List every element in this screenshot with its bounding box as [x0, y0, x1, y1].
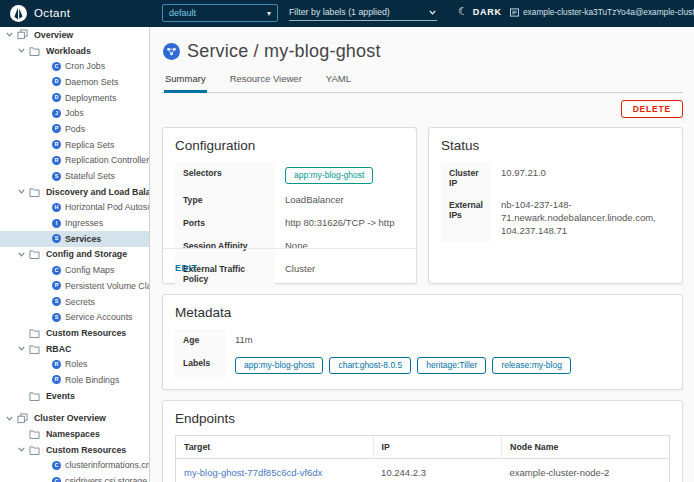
endpoint-target-link[interactable]: my-blog-ghost-77df85c6cd-vf6dx	[184, 467, 322, 478]
sidebar-item-clusterinformations-crd-projec[interactable]: Cclusterinformations.crd.projec	[0, 458, 149, 474]
top-card-row: Configuration Selectorsapp:my-blog-ghost…	[162, 127, 683, 284]
resource-icon: S	[52, 172, 61, 181]
namespace-dropdown[interactable]: default ▾	[162, 4, 278, 22]
sidebar-item-label: Persistent Volume Claims	[65, 281, 149, 291]
label-filter-text: Filter by labels (1 applied)	[289, 7, 390, 17]
sidebar-item-deployments[interactable]: DDeployments	[0, 90, 149, 106]
sidebar-item-label: Service Accounts	[65, 312, 132, 322]
sidebar-item-label: Roles	[65, 359, 88, 369]
tab-bar: Summary Resource Viewer YAML	[162, 73, 683, 93]
label-chip: heritage:Tiller	[417, 357, 486, 374]
table-header-row: Target IP Node Name	[176, 436, 670, 459]
sidebar-item-replica-sets[interactable]: RReplica Sets	[0, 137, 149, 153]
card-title: Status	[441, 138, 670, 153]
resource-icon: D	[52, 77, 61, 86]
folder-icon	[29, 344, 42, 354]
edit-button[interactable]: EDIT	[175, 263, 197, 273]
sidebar-item-label: clusterinformations.crd.projec	[65, 460, 149, 470]
sidebar-item-overview[interactable]: Overview	[0, 27, 149, 43]
sidebar-item-label: RBAC	[46, 344, 71, 354]
chevron-down-icon: ▾	[267, 9, 271, 18]
sidebar-item-config-maps[interactable]: CConfig Maps	[0, 262, 149, 278]
tab-resource-viewer[interactable]: Resource Viewer	[229, 73, 303, 93]
overview-icon	[17, 413, 30, 424]
resource-icon: S	[52, 234, 61, 243]
context-value: example-cluster-ka3TuTzYo4a@example-clus…	[523, 7, 694, 17]
sidebar-item-events[interactable]: Events	[0, 388, 149, 404]
sidebar-item-label: Custom Resources	[46, 328, 126, 338]
tab-yaml[interactable]: YAML	[325, 73, 352, 93]
resource-icon: J	[52, 109, 61, 118]
context-selector[interactable]: example-cluster-ka3TuTzYo4a@example-clus…	[510, 7, 694, 17]
sidebar-item-role-bindings[interactable]: RRole Bindings	[0, 372, 149, 388]
sidebar-item-label: Replica Sets	[65, 140, 114, 150]
resource-icon: I	[52, 219, 61, 228]
sidebar-item-label: Daemon Sets	[65, 77, 118, 87]
column-header-ip: IP	[373, 436, 501, 459]
chevron-down-icon	[17, 187, 29, 196]
sidebar-item-cron-jobs[interactable]: CCron Jobs	[0, 58, 149, 74]
page-title: Service / my-blog-ghost	[187, 41, 381, 62]
sidebar-item-horizontal-pod-autoscalers[interactable]: HHorizontal Pod Autoscalers	[0, 200, 149, 216]
configuration-card: Configuration Selectorsapp:my-blog-ghost…	[162, 127, 417, 284]
dark-mode-toggle[interactable]: ☾ DARK	[458, 6, 502, 17]
sidebar-item-label: Config Maps	[65, 265, 114, 275]
sidebar-item-config-and-storage[interactable]: Config and Storage	[0, 247, 149, 263]
sidebar-item-stateful-sets[interactable]: SStateful Sets	[0, 168, 149, 184]
resource-icon: S	[52, 297, 61, 306]
property-key: Cluster IP	[441, 162, 491, 194]
sidebar-item-persistent-volume-claims[interactable]: PPersistent Volume Claims	[0, 278, 149, 294]
resource-icon: C	[52, 266, 61, 275]
property-key: Selectors	[175, 162, 275, 189]
octant-logo-icon	[10, 5, 27, 26]
sidebar-item-cluster-overview[interactable]: Cluster Overview	[0, 411, 149, 427]
sidebar-item-discovery-and-load-balancing[interactable]: Discovery and Load Balancing	[0, 184, 149, 200]
cell-target: my-blog-ghost-77df85c6cd-vf6dx	[176, 459, 374, 482]
endpoints-table: Target IP Node Name my-blog-ghost-77df85…	[175, 435, 670, 482]
app-name: Octant	[34, 7, 70, 19]
folder-icon	[29, 249, 42, 259]
sidebar-item-label: csidrivers.csi.storage.k8s.io	[65, 476, 149, 482]
namespace-value: default	[169, 8, 196, 18]
sidebar-item-jobs[interactable]: JJobs	[0, 105, 149, 121]
sidebar-item-label: Secrets	[65, 297, 95, 307]
label-chip: chart:ghost-8.0.5	[329, 357, 411, 374]
sidebar-item-csidrivers-csi-storage-k8s-io[interactable]: Ccsidrivers.csi.storage.k8s.io	[0, 473, 149, 482]
folder-icon	[29, 187, 42, 197]
sidebar-item-rbac[interactable]: RBAC	[0, 341, 149, 357]
sidebar-item-namespaces[interactable]: Namespaces	[0, 426, 149, 442]
delete-button[interactable]: DELETE	[621, 100, 683, 118]
label-filter-input[interactable]: Filter by labels (1 applied)	[289, 4, 437, 21]
property-row: Cluster IP10.97.21.0	[441, 162, 670, 194]
column-header-node-name: Node Name	[502, 436, 670, 459]
sidebar-item-pods[interactable]: PPods	[0, 121, 149, 137]
chevron-down-icon	[5, 30, 17, 39]
sidebar-item-ingresses[interactable]: IIngresses	[0, 215, 149, 231]
sidebar-item-custom-resources[interactable]: Custom Resources	[0, 325, 149, 341]
sidebar-item-label: Role Bindings	[65, 375, 119, 385]
sidebar-item-label: Discovery and Load Balancing	[46, 187, 149, 197]
sidebar-item-replication-controllers[interactable]: RReplication Controllers	[0, 153, 149, 169]
resource-icon: C	[52, 461, 61, 470]
sidebar-item-label: Events	[46, 391, 75, 401]
sidebar-item-label: Overview	[34, 30, 73, 40]
dark-mode-label: DARK	[473, 7, 502, 17]
property-key: Ports	[175, 212, 275, 235]
sidebar-item-custom-resources[interactable]: Custom Resources	[0, 442, 149, 458]
sidebar-item-daemon-sets[interactable]: DDaemon Sets	[0, 74, 149, 90]
sidebar-item-roles[interactable]: RRoles	[0, 356, 149, 372]
sidebar-item-secrets[interactable]: SSecrets	[0, 294, 149, 310]
property-key: Age	[175, 329, 225, 352]
column-header-target: Target	[176, 436, 374, 459]
tab-summary[interactable]: Summary	[164, 73, 207, 93]
sidebar-item-label: Custom Resources	[46, 445, 126, 455]
navigation-sidebar: OverviewWorkloadsCCron JobsDDaemon SetsD…	[0, 27, 150, 482]
sidebar-item-services[interactable]: SServices	[0, 231, 149, 247]
property-key: Type	[175, 189, 275, 212]
sidebar-item-workloads[interactable]: Workloads	[0, 43, 149, 59]
resource-icon: D	[52, 93, 61, 102]
cell-node-name: example-cluster-node-2	[502, 459, 670, 482]
table-row: my-blog-ghost-77df85c6cd-vf6dx10.244.2.3…	[176, 459, 670, 482]
sidebar-item-service-accounts[interactable]: SService Accounts	[0, 309, 149, 325]
overview-icon	[17, 29, 30, 40]
